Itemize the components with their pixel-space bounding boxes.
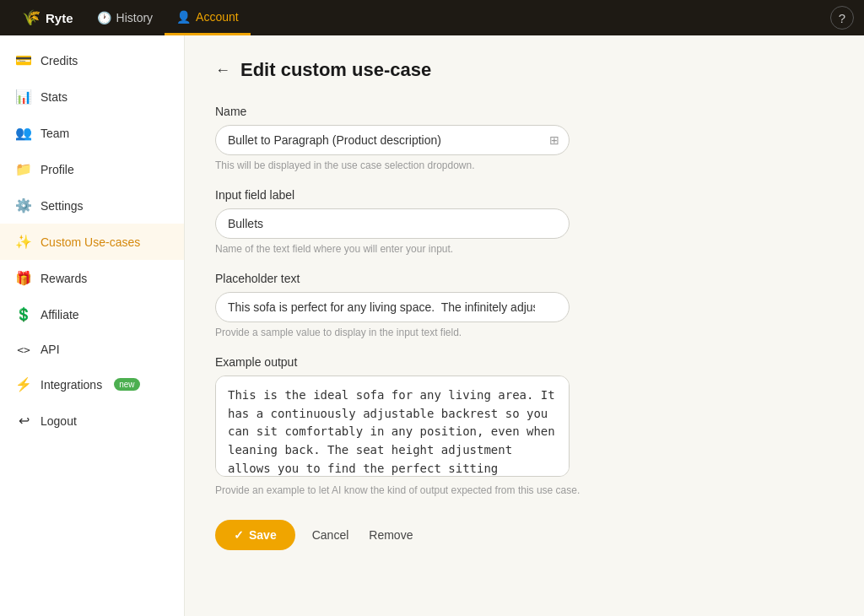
name-hint: This will be displayed in the use case s… [215,159,834,171]
example-output-textarea[interactable]: This is the ideal sofa for any living ar… [215,376,570,477]
affiliate-icon: 💲 [15,306,32,322]
sidebar-label-team: Team [40,127,69,140]
credits-icon: 💳 [15,52,32,68]
sidebar-item-custom-use-cases[interactable]: ✨ Custom Use-cases [0,224,184,260]
input-field-label-hint: Name of the text field where you will en… [215,243,834,255]
nav-account[interactable]: 👤 Account [165,0,251,35]
example-output-label: Example output [215,355,834,369]
nav-history[interactable]: 🕐 History [85,0,165,35]
sidebar-item-credits[interactable]: 💳 Credits [0,42,184,78]
sidebar-label-logout: Logout [40,414,77,428]
input-field-label-wrapper [215,208,570,239]
placeholder-text-hint: Provide a sample value to display in the… [215,327,834,338]
name-input-wrapper: ⊞ [215,125,570,155]
placeholder-text-label: Placeholder text [215,272,834,285]
brand-logo[interactable]: 🌾 Ryte [10,0,85,35]
example-output-group: Example output This is the ideal sofa fo… [215,355,834,496]
stats-icon: 📊 [15,89,32,105]
input-field-label-group: Input field label Name of the text field… [215,188,834,255]
sidebar-item-logout[interactable]: ↩ Logout [0,403,184,439]
sidebar-item-stats[interactable]: 📊 Stats [0,78,184,115]
save-button[interactable]: ✓ Save [215,520,295,550]
back-button[interactable]: ← [215,62,230,78]
custom-use-cases-icon: ✨ [15,234,32,250]
brand-name: Ryte [46,11,73,25]
name-label: Name [215,105,834,118]
main-content: ← Edit custom use-case Name ⊞ This will … [185,35,864,616]
sidebar-label-rewards: Rewards [40,272,87,285]
name-field-group: Name ⊞ This will be displayed in the use… [215,105,834,171]
form-actions: ✓ Save Cancel Remove [215,520,834,550]
settings-icon: ⚙️ [15,197,32,213]
sidebar-item-settings[interactable]: ⚙️ Settings [0,187,184,224]
sidebar-item-api[interactable]: <> API [0,332,184,366]
integrations-icon: ⚡ [15,376,32,392]
input-field-label-label: Input field label [215,188,834,202]
remove-button[interactable]: Remove [365,520,416,550]
placeholder-text-wrapper [215,292,570,322]
sidebar: 💳 Credits 📊 Stats 👥 Team 📁 Profile ⚙️ Se… [0,35,185,616]
brand-icon: 🌾 [22,8,40,27]
page-header: ← Edit custom use-case [215,59,834,81]
example-output-hint: Provide an example to let AI know the ki… [215,484,834,496]
sidebar-label-integrations: Integrations [40,378,102,392]
input-field-label-input[interactable] [215,208,570,239]
rewards-icon: 🎁 [15,270,32,286]
sidebar-label-api: API [40,343,60,356]
sidebar-label-custom-use-cases: Custom Use-cases [40,235,140,249]
team-icon: 👥 [15,125,32,141]
sidebar-label-stats: Stats [40,90,68,104]
placeholder-text-group: Placeholder text Provide a sample value … [215,272,834,338]
sidebar-label-credits: Credits [40,54,78,68]
cancel-button[interactable]: Cancel [309,520,353,550]
top-navigation: 🌾 Ryte 🕐 History 👤 Account ? [0,0,864,35]
save-label: Save [249,528,277,542]
sidebar-label-profile: Profile [40,163,74,176]
api-icon: <> [15,343,32,356]
help-button[interactable]: ? [830,6,854,30]
example-output-wrapper: This is the ideal sofa for any living ar… [215,376,570,480]
account-icon: 👤 [176,10,191,24]
placeholder-text-input[interactable] [215,292,570,322]
logout-icon: ↩ [15,413,32,429]
sidebar-item-rewards[interactable]: 🎁 Rewards [0,260,184,296]
sidebar-label-affiliate: Affiliate [40,308,79,322]
profile-icon: 📁 [15,161,32,177]
name-input[interactable] [215,125,570,155]
sidebar-item-integrations[interactable]: ⚡ Integrations new [0,366,184,403]
history-icon: 🕐 [97,11,111,24]
integrations-badge: new [114,378,139,391]
nav-history-label: History [116,11,154,24]
app-layout: 💳 Credits 📊 Stats 👥 Team 📁 Profile ⚙️ Se… [0,35,864,616]
sidebar-label-settings: Settings [40,199,84,213]
sidebar-item-team[interactable]: 👥 Team [0,115,184,151]
save-checkmark-icon: ✓ [234,528,244,542]
sidebar-item-profile[interactable]: 📁 Profile [0,151,184,187]
page-title: Edit custom use-case [240,59,431,81]
sidebar-item-affiliate[interactable]: 💲 Affiliate [0,296,184,332]
nav-account-label: Account [196,10,239,24]
name-field-icon: ⊞ [549,133,559,147]
